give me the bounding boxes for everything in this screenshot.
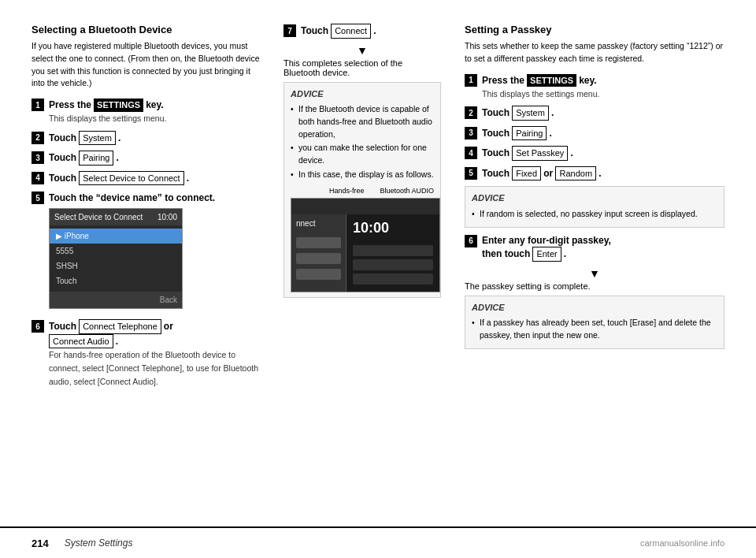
right-step1-after: key.	[579, 75, 596, 86]
list-item: Touch	[50, 273, 182, 288]
left-step5-screen: Select Device to Connect 10:00 ▶ iPhone …	[49, 208, 260, 309]
right-step2-btn: System	[512, 106, 549, 121]
right-step-content-6: Enter any four-digit passkey, then touch…	[482, 234, 724, 262]
left-section-title: Selecting a Bluetooth Device	[32, 24, 260, 35]
right-column: Setting a Passkey This sets whether to k…	[465, 24, 724, 503]
middle-step7-after: .	[373, 25, 376, 36]
right-advice1-title: ADVICE	[472, 192, 717, 205]
left-step1-text-bold: Press the	[49, 99, 91, 110]
right-step2-after: .	[551, 107, 554, 118]
device-screen-header: Select Device to Connect 10:00	[50, 209, 182, 225]
big-screen-inner: nnect 10:00	[291, 214, 439, 292]
device-screen-title: Select Device to Connect	[54, 211, 143, 223]
right-step5-btn2: Random	[555, 166, 596, 181]
right-step-num-1: 1	[465, 74, 477, 87]
left-step2-after: .	[118, 132, 120, 143]
right-step6-after: .	[564, 248, 566, 259]
left-step-content-3: Touch Pairing .	[49, 151, 260, 166]
left-step-num-2: 2	[32, 132, 44, 144]
big-screen: nnect 10:00	[291, 198, 440, 292]
right-step5-after: .	[598, 168, 601, 179]
device-screen-list: ▶ iPhone 5555 SHSH Touch	[50, 225, 182, 292]
right-step6-complete: The passkey setting is complete.	[465, 281, 724, 291]
left-step3-after: .	[116, 152, 118, 163]
left-step5-text: Touch the “device name” to connect.	[49, 192, 215, 203]
right-step-content-2: Touch System .	[482, 106, 724, 121]
right-step-num-4: 4	[465, 147, 477, 159]
left-step-2: 2 Touch System .	[32, 131, 260, 146]
right-step-content-4: Touch Set Passkey .	[482, 146, 724, 161]
big-screen-bar1	[296, 237, 341, 248]
left-step-content-1: Press the SETTINGS key. This displays th…	[49, 98, 260, 125]
left-step-1: 1 Press the SETTINGS key. This displays …	[32, 98, 260, 125]
left-step3-btn: Pairing	[79, 151, 113, 166]
middle-step-num-7: 7	[284, 24, 296, 37]
right-step6-arrow: ▼	[465, 267, 724, 280]
left-step-content-6: Touch Connect Telephone or Connect Audio…	[49, 319, 260, 388]
big-screen-right: 10:00	[346, 214, 439, 292]
right-step3-after: .	[549, 128, 551, 139]
left-step-num-4: 4	[32, 172, 44, 184]
left-step-content-5: Touch the “device name” to connect. Sele…	[49, 191, 260, 314]
footer-page-number: 214	[32, 538, 49, 549]
right-step-2: 2 Touch System .	[465, 106, 724, 121]
right-step3-touch: Touch	[482, 128, 510, 139]
middle-step-content-7: Touch Connect .	[301, 24, 376, 39]
left-step-num-1: 1	[32, 99, 44, 111]
middle-screen-label2: Bluetooth AUDIO	[380, 186, 434, 197]
big-screen-connect: nnect	[291, 214, 346, 232]
right-step3-btn: Pairing	[512, 126, 547, 141]
right-advice1-item-0: If random is selected, no passkey input …	[472, 208, 717, 221]
right-step-4: 4 Touch Set Passkey .	[465, 146, 724, 161]
footer-bar: 214 System Settings carmanualsonline.inf…	[0, 526, 756, 558]
left-step1-text-after: key.	[146, 99, 163, 110]
left-step6-part1: Touch	[49, 321, 76, 332]
right-step2-touch: Touch	[482, 107, 510, 118]
middle-advice-item-1: you can make the selection for one devic…	[291, 142, 434, 167]
right-step-content-3: Touch Pairing .	[482, 126, 724, 141]
left-step-content-4: Touch Select Device to Connect .	[49, 171, 260, 186]
footer-section-name: System Settings	[65, 538, 133, 549]
middle-advice-item-0: If the Bluetooth device is capable of bo…	[291, 103, 434, 140]
right-step-3: 3 Touch Pairing .	[465, 126, 724, 141]
middle-complete-text: This completes selection of the Bluetoot…	[284, 58, 441, 77]
middle-advice-item-2: In this case, the display is as follows.	[291, 169, 434, 181]
page: Selecting a Bluetooth Device If you have…	[0, 0, 756, 558]
big-screen-right-bar1	[353, 245, 433, 256]
left-step-3: 3 Touch Pairing .	[32, 151, 260, 166]
middle-step7-btn: Connect	[331, 24, 371, 39]
middle-screen-labels: Hands-free Bluetooth AUDIO	[291, 186, 434, 197]
big-screen-right-icons	[346, 242, 439, 288]
left-step6-sub: For hands-free operation of the Bluetoot…	[49, 350, 258, 386]
left-step1-sub: This displays the settings menu.	[49, 113, 166, 123]
left-step-4: 4 Touch Select Device to Connect .	[32, 171, 260, 186]
content-area: Selecting a Bluetooth Device If you have…	[32, 24, 724, 503]
middle-step-7: 7 Touch Connect .	[284, 24, 441, 39]
right-step5-or: or	[543, 168, 555, 179]
list-item: ▶ iPhone	[50, 229, 182, 244]
left-step4-after: .	[187, 173, 189, 184]
right-step-5: 5 Touch Fixed or Random .	[465, 166, 724, 181]
right-step6-line1: Enter any four-digit passkey,	[482, 235, 611, 246]
right-step-content-5: Touch Fixed or Random .	[482, 166, 724, 181]
left-step4-btn: Select Device to Connect	[79, 171, 184, 186]
right-step5-touch: Touch	[482, 168, 510, 179]
left-step-content-2: Touch System .	[49, 131, 260, 146]
big-screen-left-icons	[291, 232, 346, 285]
right-advice2-item-0: If a passkey has already been set, touch…	[472, 317, 717, 342]
big-screen-time: 10:00	[346, 214, 439, 242]
left-step6-btn1: Connect Telephone	[79, 319, 161, 334]
middle-arrow-down: ▼	[284, 44, 441, 57]
middle-step7-touch: Touch	[301, 25, 328, 36]
middle-advice-list: If the Bluetooth device is capable of bo…	[291, 103, 434, 181]
right-advice2-title: ADVICE	[472, 301, 717, 314]
device-screen-time: 10:00	[158, 211, 177, 223]
big-screen-bar3	[296, 269, 341, 280]
right-step5-btn1: Fixed	[512, 166, 541, 181]
right-step-num-5: 5	[465, 167, 477, 180]
right-section-intro: This sets whether to keep the same passk…	[465, 40, 724, 65]
right-step4-btn: Set Passkey	[512, 146, 568, 161]
right-step1-text: Press the	[482, 75, 524, 86]
middle-screen-label1: Hands-free	[329, 186, 365, 197]
left-step2-touch: Touch	[49, 132, 76, 143]
